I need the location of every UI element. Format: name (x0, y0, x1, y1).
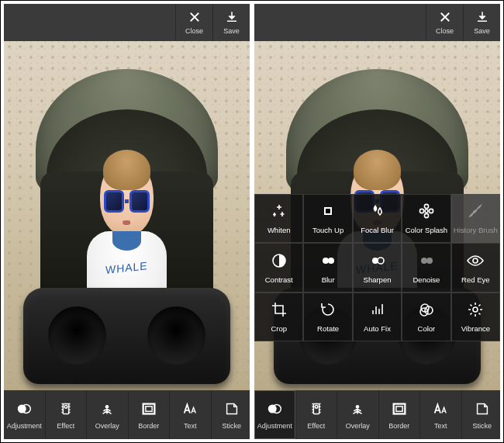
close-button[interactable]: Close (175, 4, 212, 41)
save-label: Save (474, 27, 490, 35)
pane-right: Close Save Whiten Touch Up Focal (254, 4, 500, 439)
text-icon (432, 400, 449, 419)
svg-point-16 (328, 258, 334, 264)
svg-rect-5 (143, 403, 154, 414)
bottom-overlay-button[interactable]: Overlay (87, 390, 129, 439)
bottom-effect-button[interactable]: Effect (296, 390, 338, 439)
historybrush-icon (466, 202, 485, 222)
tool-label: Sharpen (364, 275, 392, 284)
tool-label: Blur (322, 275, 335, 284)
crop-icon (270, 300, 288, 320)
save-button[interactable]: Save (463, 4, 500, 41)
tool-touchup-button[interactable]: Touch Up (303, 194, 352, 243)
tool-rotate-button[interactable]: Rotate (303, 292, 352, 341)
close-icon (188, 10, 202, 26)
focalblur-icon (368, 202, 387, 222)
tool-label: Crop (271, 324, 287, 333)
svg-point-11 (424, 214, 428, 218)
close-button[interactable]: Close (426, 4, 463, 41)
canvas (4, 41, 250, 390)
denoise-icon (417, 251, 436, 272)
photo-preview[interactable] (4, 41, 250, 390)
tool-vibrance-button[interactable]: Vibrance (451, 292, 500, 341)
save-label: Save (223, 27, 240, 35)
tool-denoise-button[interactable]: Denoise (402, 243, 450, 292)
bottom-label: Border (388, 422, 409, 430)
adjustment-icon (266, 400, 283, 419)
svg-rect-32 (396, 406, 402, 410)
redeye-icon (466, 251, 485, 272)
close-icon (438, 10, 452, 26)
bottom-border-button[interactable]: Border (379, 390, 421, 439)
blur-icon (319, 251, 337, 272)
canvas: Whiten Touch Up Focal Blur Color Splash … (254, 41, 500, 390)
adjustment-icon (16, 400, 33, 419)
bottom-effect-button[interactable]: Effect (46, 390, 88, 439)
tool-color-button[interactable]: Color (402, 292, 450, 341)
svg-rect-8 (326, 209, 330, 213)
tool-colorsplash-button[interactable]: Color Splash (402, 194, 450, 243)
tool-autofix-button[interactable]: Auto Fix (353, 292, 402, 341)
tool-whiten-button[interactable]: Whiten (254, 194, 303, 243)
bottom-label: Text (434, 422, 447, 430)
svg-point-9 (425, 209, 428, 213)
bottom-overlay-button[interactable]: Overlay (337, 390, 379, 439)
save-button[interactable]: Save (212, 4, 250, 41)
bottom-label: Overlay (95, 422, 119, 430)
autofix-icon (368, 300, 387, 320)
bottom-text-button[interactable]: Text (420, 390, 462, 439)
effect-icon (57, 400, 74, 419)
bottom-label: Effect (307, 422, 325, 430)
tool-label: Touch Up (312, 226, 343, 234)
tool-label: Color (418, 324, 436, 333)
bottom-sticker-button[interactable]: Sticke (212, 390, 250, 439)
tool-label: Contrast (265, 275, 293, 284)
bottom-label: Adjustment (7, 422, 42, 430)
tool-focalblur-button[interactable]: Focal Blur (353, 194, 402, 243)
bottom-label: Text (184, 422, 197, 430)
touchup-icon (319, 202, 337, 222)
svg-point-19 (421, 258, 427, 264)
tool-label: Auto Fix (364, 324, 391, 333)
svg-point-29 (315, 405, 318, 408)
overlay-icon (349, 400, 366, 419)
svg-point-18 (378, 258, 384, 264)
tool-label: Whiten (268, 226, 291, 234)
bottom-border-button[interactable]: Border (129, 390, 171, 439)
svg-point-4 (105, 404, 109, 408)
sticker-icon (474, 400, 491, 419)
contrast-icon (270, 251, 288, 272)
tool-redeye-button[interactable]: Red Eye (451, 243, 500, 292)
bottom-adjustment-button[interactable]: Adjustment (254, 390, 296, 439)
tool-label: Red Eye (461, 275, 489, 284)
sharpen-icon (368, 251, 387, 272)
svg-point-30 (356, 404, 360, 408)
close-label: Close (185, 27, 203, 35)
top-bar: Close Save (4, 4, 250, 41)
bottom-label: Sticke (472, 422, 492, 430)
rotate-icon (319, 300, 337, 320)
svg-point-10 (424, 205, 428, 209)
vibrance-icon (466, 300, 485, 320)
whiten-icon (270, 202, 288, 222)
effect-icon (308, 400, 325, 419)
bottom-label: Effect (57, 422, 74, 430)
tool-sharpen-button[interactable]: Sharpen (353, 243, 402, 292)
download-icon (225, 10, 239, 26)
svg-rect-31 (393, 403, 405, 414)
bottom-adjustment-button[interactable]: Adjustment (4, 390, 46, 439)
bottom-sticker-button[interactable]: Sticke (462, 390, 501, 439)
tool-crop-button[interactable]: Crop (254, 292, 303, 341)
tool-contrast-button[interactable]: Contrast (254, 243, 303, 292)
text-icon (181, 400, 198, 419)
bottom-text-button[interactable]: Text (170, 390, 212, 439)
svg-point-15 (323, 258, 329, 264)
border-icon (391, 400, 408, 419)
svg-point-25 (473, 307, 478, 312)
bottom-bar: Adjustment Effect Overlay Border Text St… (4, 390, 250, 439)
overlay-icon (98, 400, 116, 419)
tool-label: History Brush (454, 226, 498, 234)
svg-point-3 (64, 405, 67, 408)
tool-blur-button[interactable]: Blur (303, 243, 352, 292)
bottom-label: Sticke (222, 422, 241, 430)
